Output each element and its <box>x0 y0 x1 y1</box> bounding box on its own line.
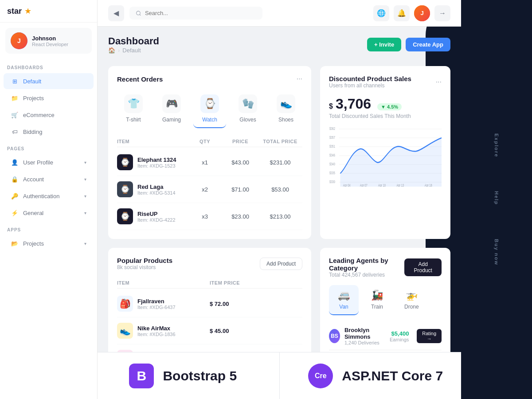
chevron-down-icon: ▾ <box>84 160 86 165</box>
sidebar-item-label: eCommerce <box>23 112 55 118</box>
shoes-icon: 👟 <box>277 94 295 113</box>
create-app-button[interactable]: Create App <box>406 38 450 51</box>
popular-header: Popular Products 8k social visitors Add … <box>117 257 302 270</box>
agent-name: Brooklyn Simmons <box>344 327 385 340</box>
svg-point-0 <box>137 11 141 15</box>
sidebar-user[interactable]: J Johnson React Developer <box>5 28 92 54</box>
sidebar-item-label: Account <box>23 176 44 183</box>
section-label-apps: APPS <box>0 221 97 235</box>
product-name: Red Laga <box>137 184 176 190</box>
agents-title-area: Leading Agents by Category Total 424,567… <box>329 257 404 278</box>
discounted-title-area: Discounted Product Sales Users from all … <box>329 75 411 89</box>
page-title-area: Dashboard 🏠 › Default <box>108 35 159 54</box>
sidebar-item-apps-projects[interactable]: 📂 Projects ▾ <box>4 235 94 251</box>
product-name: RiseUP <box>137 211 176 217</box>
product-row: 👟 Nike AirMax Item: #XDG-1836 $ 45.00 <box>117 317 302 344</box>
notification-button[interactable]: 🔔 <box>394 5 410 21</box>
product-id: Item: #XDG-5314 <box>137 190 176 196</box>
search-box[interactable] <box>129 7 262 20</box>
product-image: 👟 <box>117 323 133 339</box>
sidebar-item-general[interactable]: ⚡ General ▾ <box>4 205 94 221</box>
sales-total-label: Total Discounted Sales This Month <box>329 113 442 119</box>
qty-cell: x2 <box>187 186 223 193</box>
invite-button[interactable]: + Invite <box>367 38 401 51</box>
brand-bar: B Bootstrap 5 Cre ASP.NET Core 7 <box>98 352 461 399</box>
discounted-sales-card: Discounted Product Sales Users from all … <box>320 66 450 239</box>
product-id: Item: #XDG-1836 <box>137 332 176 337</box>
user-icon: 👤 <box>11 158 19 166</box>
buynow-label[interactable]: Buy now <box>490 235 503 269</box>
tab-drone[interactable]: 🚁 Drone <box>395 285 428 315</box>
product-info: ⌚ Elephant 1324 Item: #XDG-1523 <box>117 154 187 170</box>
help-label[interactable]: Help <box>490 188 503 209</box>
tshirt-icon: 👕 <box>124 94 143 113</box>
sidebar-item-default[interactable]: ⊞ Default <box>4 73 94 89</box>
agent-earnings: $5,400 <box>390 330 409 337</box>
add-product-button[interactable]: Add Product <box>260 258 302 270</box>
topbar: ◀ 🌐 🔔 J → <box>98 0 461 27</box>
recent-orders-header: Recent Orders ··· <box>117 75 302 83</box>
folder2-icon: 📂 <box>11 239 19 247</box>
tab-gaming[interactable]: 🎮 Gaming <box>155 90 188 128</box>
product-tabs: 👕 T-shirt 🎮 Gaming ⌚ Watch 🧤 Gloves 👟 <box>117 90 302 128</box>
sidebar-item-user-profile[interactable]: 👤 User Profile ▾ <box>4 154 94 170</box>
sidebar-item-projects[interactable]: 📁 Projects <box>4 90 94 106</box>
sidebar-item-bidding[interactable]: 🏷 Bidding <box>4 124 94 140</box>
lightning-icon: ⚡ <box>11 209 19 217</box>
popular-title: Popular Products <box>117 257 172 264</box>
tab-gloves[interactable]: 🧤 Gloves <box>231 90 264 128</box>
col-price: ITEM PRICE <box>210 280 302 286</box>
col-price: PRICE <box>223 139 258 144</box>
agent-earnings-area: $5,400 Earnings <box>390 330 409 342</box>
rating-button[interactable]: Rating → <box>417 329 442 343</box>
tab-label: Drone <box>404 304 419 310</box>
header-actions: + Invite Create App <box>367 38 450 51</box>
tab-watch[interactable]: ⌚ Watch <box>193 90 226 128</box>
tab-van[interactable]: 🚐 Van <box>329 285 359 315</box>
product-info: 👟 Nike AirMax Item: #XDG-1836 <box>117 323 210 339</box>
product-price: $ 45.00 <box>210 328 302 334</box>
col-total: TOTAL PRICE <box>258 139 302 144</box>
sidebar-item-label: Projects <box>23 95 44 102</box>
globe-icon-button[interactable]: 🌐 <box>373 5 389 21</box>
bootstrap-label: Bootstrap 5 <box>163 368 237 383</box>
logo-text: star <box>7 7 22 16</box>
tab-train[interactable]: 🚂 Train <box>362 285 392 315</box>
user-role: React Developer <box>32 42 68 47</box>
page-header: Dashboard 🏠 › Default + Invite Create Ap… <box>108 35 450 54</box>
popular-subtitle: 8k social visitors <box>117 264 172 270</box>
sidebar-item-label: Default <box>23 78 41 85</box>
aspnet-label: ASP.NET Core 7 <box>342 368 443 383</box>
table-row: ⌚ RiseUP Item: #XDG-4222 x3 $23.00 $213.… <box>117 203 302 230</box>
explore-label[interactable]: Explore <box>490 130 503 161</box>
tab-label: Watch <box>202 117 217 123</box>
more-menu-icon[interactable]: ··· <box>297 75 302 83</box>
svg-text:Apr 04: Apr 04 <box>343 183 351 187</box>
lock-icon: 🔒 <box>11 175 19 183</box>
logo-star: ★ <box>24 6 31 16</box>
qty-cell: x1 <box>187 159 223 166</box>
tab-tshirt[interactable]: 👕 T-shirt <box>117 90 150 128</box>
topbar-avatar[interactable]: J <box>414 5 430 21</box>
sidebar-item-authentication[interactable]: 🔑 Authentication ▾ <box>4 188 94 204</box>
product-image: ⌚ <box>117 208 133 224</box>
tab-shoes[interactable]: 👟 Shoes <box>270 90 302 128</box>
currency-symbol: $ <box>329 102 333 110</box>
sidebar-item-account[interactable]: 🔒 Account ▾ <box>4 171 94 187</box>
sidebar-item-ecommerce[interactable]: 🛒 eCommerce <box>4 107 94 123</box>
product-name: Nike AirMax <box>137 325 176 332</box>
product-info: 🎒 Fjallraven Item: #XDG-6437 <box>117 296 210 312</box>
add-product-agents-button[interactable]: Add Product <box>404 258 442 276</box>
search-input[interactable] <box>145 10 256 16</box>
content-area: Dashboard 🏠 › Default + Invite Create Ap… <box>98 27 461 399</box>
tab-label: Van <box>339 304 348 310</box>
arrow-right-icon[interactable]: → <box>434 5 450 21</box>
earnings-label: Earnings <box>390 337 409 342</box>
table-row: ⌚ Elephant 1324 Item: #XDG-1523 x1 $43.0… <box>117 149 302 176</box>
sidebar-item-label: Projects <box>23 240 44 247</box>
sidebar-item-label: General <box>23 210 43 216</box>
collapse-button[interactable]: ◀ <box>108 5 124 21</box>
more-menu-icon[interactable]: ··· <box>436 78 442 86</box>
col-qty: QTY <box>187 139 223 144</box>
tab-label: Gloves <box>239 117 256 123</box>
